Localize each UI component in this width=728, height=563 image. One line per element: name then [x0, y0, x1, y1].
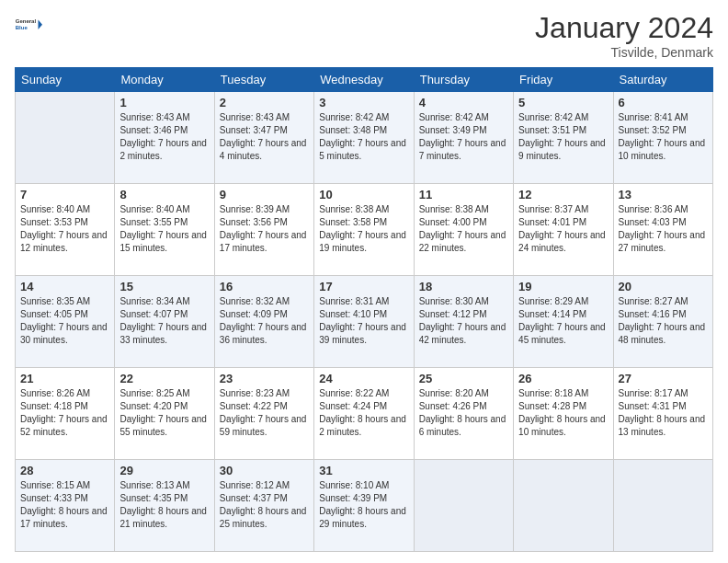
day-number: 29 — [119, 464, 209, 477]
calendar-week-row: 14Sunrise: 8:35 AMSunset: 4:05 PMDayligh… — [16, 276, 713, 368]
calendar-week-row: 21Sunrise: 8:26 AMSunset: 4:18 PMDayligh… — [16, 368, 713, 460]
calendar-header-row: SundayMondayTuesdayWednesdayThursdayFrid… — [16, 68, 713, 92]
cell-sun-info: Sunrise: 8:26 AMSunset: 4:18 PMDaylight:… — [20, 387, 109, 439]
cell-sun-info: Sunrise: 8:32 AMSunset: 4:09 PMDaylight:… — [220, 295, 309, 347]
day-number: 4 — [419, 96, 508, 109]
day-number: 30 — [220, 464, 309, 477]
logo-icon: GeneralBlue — [15, 11, 42, 39]
day-number: 7 — [20, 188, 109, 201]
header: GeneralBlue January 2024 Tisvilde, Denma… — [15, 11, 713, 60]
day-number: 1 — [119, 96, 209, 109]
cell-sun-info: Sunrise: 8:23 AMSunset: 4:22 PMDaylight:… — [220, 387, 309, 439]
day-number: 2 — [220, 96, 309, 109]
day-number: 18 — [419, 280, 508, 293]
calendar-cell — [514, 460, 613, 552]
calendar-cell — [16, 92, 115, 184]
calendar-cell: 1Sunrise: 8:43 AMSunset: 3:46 PMDaylight… — [115, 92, 214, 184]
svg-marker-2 — [39, 20, 43, 30]
day-header-tuesday: Tuesday — [214, 68, 313, 92]
day-number: 3 — [319, 96, 408, 109]
calendar-week-row: 7Sunrise: 8:40 AMSunset: 3:53 PMDaylight… — [16, 184, 713, 276]
day-number: 10 — [319, 188, 408, 201]
calendar-cell: 7Sunrise: 8:40 AMSunset: 3:53 PMDaylight… — [16, 184, 115, 276]
calendar-cell: 11Sunrise: 8:38 AMSunset: 4:00 PMDayligh… — [414, 184, 513, 276]
svg-text:General: General — [16, 18, 37, 24]
day-number: 25 — [419, 372, 508, 385]
cell-sun-info: Sunrise: 8:38 AMSunset: 4:00 PMDaylight:… — [419, 203, 508, 255]
cell-sun-info: Sunrise: 8:38 AMSunset: 3:58 PMDaylight:… — [319, 203, 408, 255]
calendar-cell: 14Sunrise: 8:35 AMSunset: 4:05 PMDayligh… — [16, 276, 115, 368]
cell-sun-info: Sunrise: 8:27 AMSunset: 4:16 PMDaylight:… — [619, 295, 708, 347]
logo: GeneralBlue — [15, 11, 42, 39]
cell-sun-info: Sunrise: 8:31 AMSunset: 4:10 PMDaylight:… — [319, 295, 408, 347]
cell-sun-info: Sunrise: 8:13 AMSunset: 4:35 PMDaylight:… — [119, 479, 209, 531]
cell-sun-info: Sunrise: 8:12 AMSunset: 4:37 PMDaylight:… — [220, 479, 309, 531]
day-number: 11 — [419, 188, 508, 201]
cell-sun-info: Sunrise: 8:20 AMSunset: 4:26 PMDaylight:… — [419, 387, 508, 439]
calendar-cell: 31Sunrise: 8:10 AMSunset: 4:39 PMDayligh… — [314, 460, 414, 552]
calendar-cell: 28Sunrise: 8:15 AMSunset: 4:33 PMDayligh… — [16, 460, 115, 552]
calendar-table: SundayMondayTuesdayWednesdayThursdayFrid… — [15, 67, 713, 552]
cell-sun-info: Sunrise: 8:42 AMSunset: 3:48 PMDaylight:… — [319, 111, 408, 163]
day-number: 14 — [20, 280, 109, 293]
day-header-friday: Friday — [514, 68, 613, 92]
cell-sun-info: Sunrise: 8:25 AMSunset: 4:20 PMDaylight:… — [119, 387, 209, 439]
month-title: January 2024 — [535, 11, 713, 45]
calendar-cell: 23Sunrise: 8:23 AMSunset: 4:22 PMDayligh… — [214, 368, 313, 460]
cell-sun-info: Sunrise: 8:42 AMSunset: 3:49 PMDaylight:… — [419, 111, 508, 163]
day-number: 12 — [518, 188, 608, 201]
day-header-wednesday: Wednesday — [314, 68, 414, 92]
calendar-cell: 25Sunrise: 8:20 AMSunset: 4:26 PMDayligh… — [414, 368, 513, 460]
calendar-cell: 24Sunrise: 8:22 AMSunset: 4:24 PMDayligh… — [314, 368, 414, 460]
cell-sun-info: Sunrise: 8:10 AMSunset: 4:39 PMDaylight:… — [319, 479, 408, 531]
day-number: 9 — [220, 188, 309, 201]
title-block: January 2024 Tisvilde, Denmark — [535, 11, 713, 60]
day-number: 15 — [119, 280, 209, 293]
calendar-cell: 26Sunrise: 8:18 AMSunset: 4:28 PMDayligh… — [514, 368, 613, 460]
cell-sun-info: Sunrise: 8:34 AMSunset: 4:07 PMDaylight:… — [119, 295, 209, 347]
calendar-cell: 21Sunrise: 8:26 AMSunset: 4:18 PMDayligh… — [16, 368, 115, 460]
day-number: 24 — [319, 372, 408, 385]
calendar-cell: 27Sunrise: 8:17 AMSunset: 4:31 PMDayligh… — [613, 368, 712, 460]
day-header-thursday: Thursday — [414, 68, 513, 92]
day-number: 20 — [619, 280, 708, 293]
cell-sun-info: Sunrise: 8:37 AMSunset: 4:01 PMDaylight:… — [518, 203, 608, 255]
calendar-cell: 10Sunrise: 8:38 AMSunset: 3:58 PMDayligh… — [314, 184, 414, 276]
calendar-cell: 5Sunrise: 8:42 AMSunset: 3:51 PMDaylight… — [514, 92, 613, 184]
cell-sun-info: Sunrise: 8:40 AMSunset: 3:55 PMDaylight:… — [119, 203, 209, 255]
day-number: 28 — [20, 464, 109, 477]
calendar-cell: 19Sunrise: 8:29 AMSunset: 4:14 PMDayligh… — [514, 276, 613, 368]
cell-sun-info: Sunrise: 8:36 AMSunset: 4:03 PMDaylight:… — [619, 203, 708, 255]
calendar-cell: 6Sunrise: 8:41 AMSunset: 3:52 PMDaylight… — [613, 92, 712, 184]
cell-sun-info: Sunrise: 8:41 AMSunset: 3:52 PMDaylight:… — [619, 111, 708, 163]
cell-sun-info: Sunrise: 8:42 AMSunset: 3:51 PMDaylight:… — [518, 111, 608, 163]
cell-sun-info: Sunrise: 8:18 AMSunset: 4:28 PMDaylight:… — [518, 387, 608, 439]
svg-text:Blue: Blue — [16, 25, 28, 30]
cell-sun-info: Sunrise: 8:17 AMSunset: 4:31 PMDaylight:… — [619, 387, 708, 439]
day-number: 8 — [119, 188, 209, 201]
calendar-cell: 9Sunrise: 8:39 AMSunset: 3:56 PMDaylight… — [214, 184, 313, 276]
calendar-cell: 29Sunrise: 8:13 AMSunset: 4:35 PMDayligh… — [115, 460, 214, 552]
calendar-cell: 20Sunrise: 8:27 AMSunset: 4:16 PMDayligh… — [613, 276, 712, 368]
day-number: 21 — [20, 372, 109, 385]
day-number: 27 — [619, 372, 708, 385]
cell-sun-info: Sunrise: 8:15 AMSunset: 4:33 PMDaylight:… — [20, 479, 109, 531]
calendar-cell: 16Sunrise: 8:32 AMSunset: 4:09 PMDayligh… — [214, 276, 313, 368]
cell-sun-info: Sunrise: 8:40 AMSunset: 3:53 PMDaylight:… — [20, 203, 109, 255]
day-number: 23 — [220, 372, 309, 385]
calendar-cell: 17Sunrise: 8:31 AMSunset: 4:10 PMDayligh… — [314, 276, 414, 368]
calendar-cell: 3Sunrise: 8:42 AMSunset: 3:48 PMDaylight… — [314, 92, 414, 184]
day-number: 26 — [518, 372, 608, 385]
calendar-week-row: 28Sunrise: 8:15 AMSunset: 4:33 PMDayligh… — [16, 460, 713, 552]
cell-sun-info: Sunrise: 8:39 AMSunset: 3:56 PMDaylight:… — [220, 203, 309, 255]
calendar-cell: 18Sunrise: 8:30 AMSunset: 4:12 PMDayligh… — [414, 276, 513, 368]
cell-sun-info: Sunrise: 8:43 AMSunset: 3:46 PMDaylight:… — [119, 111, 209, 163]
location: Tisvilde, Denmark — [535, 45, 713, 60]
calendar-week-row: 1Sunrise: 8:43 AMSunset: 3:46 PMDaylight… — [16, 92, 713, 184]
calendar-cell — [414, 460, 513, 552]
day-number: 19 — [518, 280, 608, 293]
calendar-cell: 13Sunrise: 8:36 AMSunset: 4:03 PMDayligh… — [613, 184, 712, 276]
day-number: 22 — [119, 372, 209, 385]
calendar-cell: 22Sunrise: 8:25 AMSunset: 4:20 PMDayligh… — [115, 368, 214, 460]
calendar-cell: 15Sunrise: 8:34 AMSunset: 4:07 PMDayligh… — [115, 276, 214, 368]
